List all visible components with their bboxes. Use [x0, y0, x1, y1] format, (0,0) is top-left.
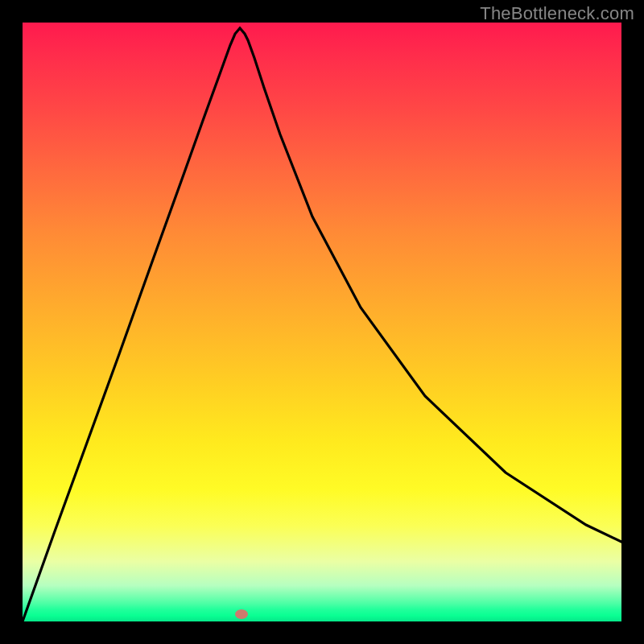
minimum-marker [235, 609, 248, 619]
bottleneck-curve [23, 23, 621, 621]
chart-frame: TheBottleneck.com [0, 0, 644, 644]
plot-area [23, 23, 621, 621]
attribution-text: TheBottleneck.com [480, 3, 634, 24]
